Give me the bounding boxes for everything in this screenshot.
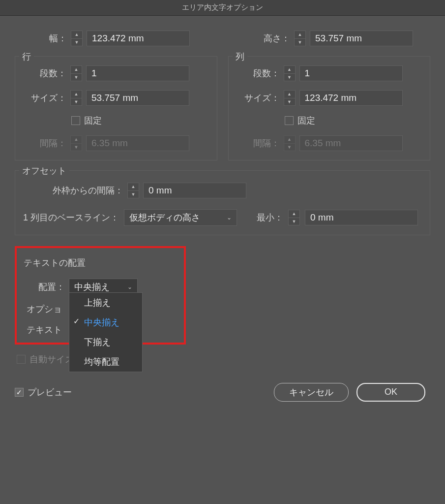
rows-count-input[interactable] — [86, 65, 189, 81]
offset-title: オフセット — [19, 165, 69, 177]
min-label: 最小： — [257, 212, 283, 223]
inset-stepper[interactable]: ▲▼ — [127, 183, 139, 198]
rows-count-stepper[interactable]: ▲▼ — [70, 65, 82, 81]
baseline-value: 仮想ボディの高さ — [129, 212, 200, 223]
chevron-down-icon: ⌄ — [227, 214, 232, 221]
rows-count-label: 段数： — [22, 67, 66, 79]
min-input[interactable] — [305, 210, 418, 225]
preview-label: プレビュー — [28, 386, 72, 398]
autosize-checkbox — [17, 355, 26, 364]
rows-size-input[interactable] — [86, 90, 189, 106]
baseline-label: 1 列目のベースライン： — [23, 212, 119, 223]
offset-panel: オフセット 外枠からの間隔： ▲▼ 1 列目のベースライン： 仮想ボディの高さ … — [15, 170, 430, 235]
height-label: 高さ： — [264, 32, 290, 44]
rows-size-stepper[interactable]: ▲▼ — [70, 90, 82, 106]
text-alignment-title: テキストの配置 — [24, 257, 177, 269]
cols-size-input[interactable] — [299, 90, 403, 106]
cols-count-label: 段数： — [236, 67, 280, 79]
check-icon: ✓ — [73, 316, 80, 326]
rows-title: 行 — [19, 51, 34, 63]
ok-button[interactable]: OK — [356, 383, 425, 402]
baseline-dropdown[interactable]: 仮想ボディの高さ ⌄ — [124, 209, 237, 226]
rows-gutter-input — [86, 135, 189, 151]
chevron-down-icon[interactable]: ▼ — [295, 39, 305, 46]
cols-gutter-label: 間隔： — [236, 137, 280, 149]
alignment-option-center[interactable]: ✓ 中央揃え — [69, 313, 142, 332]
width-stepper[interactable]: ▲ ▼ — [71, 31, 83, 46]
chevron-down-icon[interactable]: ▼ — [71, 39, 82, 46]
alignment-label: 配置： — [38, 281, 65, 293]
alignment-option-bottom[interactable]: 下揃え — [69, 332, 142, 352]
width-label: 幅： — [49, 32, 67, 44]
chevron-up-icon[interactable]: ▲ — [71, 31, 82, 39]
cols-title: 列 — [233, 51, 247, 63]
cancel-button[interactable]: キャンセル — [274, 383, 349, 402]
rows-gutter-stepper: ▲▼ — [70, 135, 82, 151]
rows-panel: 行 段数： ▲▼ サイズ： ▲▼ 固定 間隔： ▲▼ — [15, 56, 217, 160]
height-input[interactable] — [310, 31, 413, 46]
preview-checkbox[interactable]: ✓ — [15, 388, 24, 397]
alignment-dropdown-menu: 上揃え ✓ 中央揃え 下揃え 均等配置 — [69, 292, 143, 372]
cols-count-input[interactable] — [299, 65, 403, 81]
cols-fixed-checkbox[interactable] — [285, 116, 294, 125]
rows-fixed-label: 固定 — [84, 115, 102, 126]
height-stepper[interactable]: ▲ ▼ — [294, 31, 306, 46]
cols-gutter-stepper: ▲▼ — [284, 135, 296, 151]
cols-size-label: サイズ： — [236, 92, 280, 104]
alignment-option-justify[interactable]: 均等配置 — [69, 352, 142, 372]
cols-gutter-input — [299, 135, 403, 151]
dialog-title: エリア内文字オプション — [0, 0, 445, 16]
alignment-value: 中央揃え — [74, 281, 110, 293]
text-alignment-highlight: テキストの配置 配置： 中央揃え ⌄ 上揃え ✓ 中央揃え 下揃え 均等配置 オ… — [15, 246, 186, 345]
rows-fixed-checkbox[interactable] — [71, 116, 80, 125]
inset-label: 外枠からの間隔： — [53, 185, 123, 196]
cols-fixed-label: 固定 — [297, 115, 315, 126]
chevron-down-icon: ⌄ — [127, 284, 132, 290]
cols-count-stepper[interactable]: ▲▼ — [284, 65, 296, 81]
rows-gutter-label: 間隔： — [22, 137, 66, 149]
width-input[interactable] — [87, 31, 190, 46]
chevron-up-icon[interactable]: ▲ — [295, 31, 305, 39]
alignment-option-top[interactable]: 上揃え — [69, 293, 142, 313]
cols-size-stepper[interactable]: ▲▼ — [284, 90, 296, 106]
min-stepper[interactable]: ▲▼ — [288, 210, 300, 225]
inset-input[interactable] — [143, 183, 246, 198]
rows-size-label: サイズ： — [22, 92, 66, 104]
cols-panel: 列 段数： ▲▼ サイズ： ▲▼ 固定 間隔： ▲▼ — [228, 56, 431, 160]
